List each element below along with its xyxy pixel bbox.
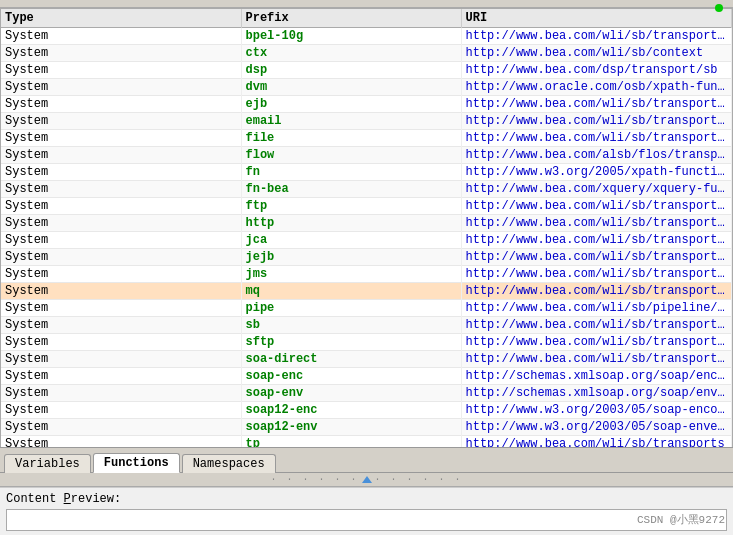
table-row[interactable]: Systemsoa-directhttp://www.bea.com/wli/s… (1, 351, 732, 368)
table-row[interactable]: Systemsoap12-envhttp://www.w3.org/2003/0… (1, 419, 732, 436)
content-preview-area: Content Preview: (0, 487, 733, 535)
cell-uri: http://www.bea.com/wli/sb/transport... (461, 283, 732, 300)
table-row[interactable]: Systemfn-beahttp://www.bea.com/xquery/xq… (1, 181, 732, 198)
preview-underline: P (64, 492, 71, 506)
cell-uri: http://www.w3.org/2005/xpath-functions (461, 164, 732, 181)
bottom-container: Content Preview: CSDN @小黑9272 (0, 487, 733, 535)
cell-prefix: soap12-enc (241, 402, 461, 419)
tabs-bar: VariablesFunctionsNamespaces (0, 447, 733, 473)
table-row[interactable]: Systemfnhttp://www.w3.org/2005/xpath-fun… (1, 164, 732, 181)
cell-uri: http://www.bea.com/wli/sb/transport... (461, 249, 732, 266)
cell-uri: http://www.bea.com/wli/sb/pipeline/... (461, 300, 732, 317)
cell-type: System (1, 28, 241, 45)
cell-type: System (1, 130, 241, 147)
cell-uri: http://www.oracle.com/osb/xpath-fun... (461, 79, 732, 96)
cell-type: System (1, 266, 241, 283)
cell-type: System (1, 79, 241, 96)
cell-prefix: sb (241, 317, 461, 334)
table-row[interactable]: Systemsoap12-enchttp://www.w3.org/2003/0… (1, 402, 732, 419)
cell-uri: http://www.bea.com/wli/sb/transport... (461, 215, 732, 232)
cell-type: System (1, 385, 241, 402)
table-row[interactable]: Systemftphttp://www.bea.com/wli/sb/trans… (1, 198, 732, 215)
cell-uri: http://schemas.xmlsoap.org/soap/enc... (461, 368, 732, 385)
cell-type: System (1, 62, 241, 79)
separator-dots: · · · · · · (270, 474, 358, 485)
table-row[interactable]: Systemdsphttp://www.bea.com/dsp/transpor… (1, 62, 732, 79)
cell-prefix: fn-bea (241, 181, 461, 198)
cell-uri: http://www.w3.org/2003/05/soap-enco... (461, 402, 732, 419)
table-row[interactable]: Systempipehttp://www.bea.com/wli/sb/pipe… (1, 300, 732, 317)
tab-variables[interactable]: Variables (4, 454, 91, 473)
table-row[interactable]: Systememailhttp://www.bea.com/wli/sb/tra… (1, 113, 732, 130)
tab-namespaces[interactable]: Namespaces (182, 454, 276, 473)
cell-type: System (1, 232, 241, 249)
table-row[interactable]: Systemflowhttp://www.bea.com/alsb/flos/t… (1, 147, 732, 164)
cell-type: System (1, 45, 241, 62)
cell-type: System (1, 300, 241, 317)
table-row[interactable]: Systemjmshttp://www.bea.com/wli/sb/trans… (1, 266, 732, 283)
table-row[interactable]: Systembpel-10ghttp://www.bea.com/wli/sb/… (1, 28, 732, 45)
table-row[interactable]: Systemdvmhttp://www.oracle.com/osb/xpath… (1, 79, 732, 96)
separator-dots-2: · · · · · · (375, 474, 463, 485)
cell-type: System (1, 283, 241, 300)
cell-prefix: soa-direct (241, 351, 461, 368)
cell-prefix: file (241, 130, 461, 147)
cell-prefix: jejb (241, 249, 461, 266)
cell-uri: http://www.bea.com/wli/sb/transport... (461, 351, 732, 368)
table-row[interactable]: Systemhttphttp://www.bea.com/wli/sb/tran… (1, 215, 732, 232)
cell-type: System (1, 351, 241, 368)
cell-uri: http://www.bea.com/wli/sb/transport... (461, 113, 732, 130)
cell-prefix: mq (241, 283, 461, 300)
table-row[interactable]: Systemejbhttp://www.bea.com/wli/sb/trans… (1, 96, 732, 113)
cell-type: System (1, 198, 241, 215)
cell-uri: http://www.bea.com/wli/sb/transport... (461, 334, 732, 351)
cell-type: System (1, 317, 241, 334)
table-header-row: Type Prefix URI (1, 9, 732, 28)
cell-prefix: soap-enc (241, 368, 461, 385)
cell-uri: http://www.bea.com/wli/sb/transport... (461, 232, 732, 249)
cell-type: System (1, 436, 241, 448)
table-row[interactable]: Systemjcahttp://www.bea.com/wli/sb/trans… (1, 232, 732, 249)
namespace-table-container[interactable]: Type Prefix URI Systembpel-10ghttp://www… (0, 8, 733, 447)
cell-uri: http://www.bea.com/wli/sb/transports (461, 436, 732, 448)
cell-uri: http://www.bea.com/xquery/xquery-fu... (461, 181, 732, 198)
table-row[interactable]: Systemsoap-enchttp://schemas.xmlsoap.org… (1, 368, 732, 385)
table-row[interactable]: Systemctxhttp://www.bea.com/wli/sb/conte… (1, 45, 732, 62)
content-preview-label: Content Preview: (6, 492, 727, 506)
cell-type: System (1, 368, 241, 385)
content-preview-input[interactable] (6, 509, 727, 531)
cell-prefix: pipe (241, 300, 461, 317)
table-row[interactable]: Systemsoap-envhttp://schemas.xmlsoap.org… (1, 385, 732, 402)
cell-type: System (1, 96, 241, 113)
cell-type: System (1, 334, 241, 351)
cell-type: System (1, 215, 241, 232)
col-header-type: Type (1, 9, 241, 28)
status-dot (715, 4, 723, 12)
cell-type: System (1, 147, 241, 164)
cell-uri: http://www.bea.com/wli/sb/transport... (461, 198, 732, 215)
cell-uri: http://schemas.xmlsoap.org/soap/env... (461, 385, 732, 402)
cell-prefix: http (241, 215, 461, 232)
tab-functions[interactable]: Functions (93, 453, 180, 473)
cell-prefix: ctx (241, 45, 461, 62)
cell-prefix: jms (241, 266, 461, 283)
cell-uri: http://www.w3.org/2003/05/soap-enve... (461, 419, 732, 436)
cell-uri: http://www.bea.com/wli/sb/transport... (461, 317, 732, 334)
cell-prefix: email (241, 113, 461, 130)
cell-prefix: flow (241, 147, 461, 164)
table-row[interactable]: Systemtphttp://www.bea.com/wli/sb/transp… (1, 436, 732, 448)
table-row[interactable]: Systemmqhttp://www.bea.com/wli/sb/transp… (1, 283, 732, 300)
table-row[interactable]: Systemsftphttp://www.bea.com/wli/sb/tran… (1, 334, 732, 351)
cell-uri: http://www.bea.com/wli/sb/context (461, 45, 732, 62)
table-row[interactable]: Systemjejbhttp://www.bea.com/wli/sb/tran… (1, 249, 732, 266)
collapse-up-icon[interactable] (362, 476, 372, 483)
table-row[interactable]: Systemsbhttp://www.bea.com/wli/sb/transp… (1, 317, 732, 334)
cell-prefix: sftp (241, 334, 461, 351)
cell-prefix: bpel-10g (241, 28, 461, 45)
cell-type: System (1, 181, 241, 198)
cell-uri: http://www.bea.com/alsb/flos/transport (461, 147, 732, 164)
col-header-uri: URI (461, 9, 732, 28)
cell-type: System (1, 402, 241, 419)
table-row[interactable]: Systemfilehttp://www.bea.com/wli/sb/tran… (1, 130, 732, 147)
cell-prefix: soap12-env (241, 419, 461, 436)
